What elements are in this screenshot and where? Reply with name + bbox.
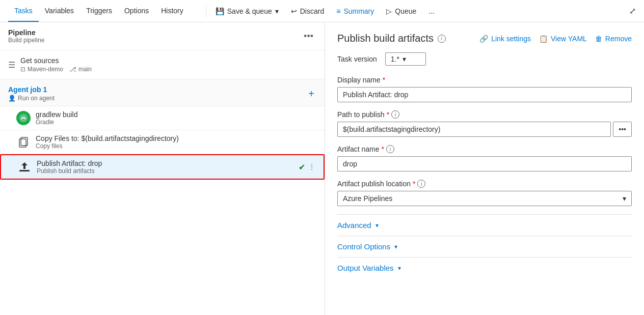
hamburger-icon: ☰: [8, 60, 15, 70]
publish-artifact-icon: [17, 160, 32, 174]
path-to-publish-label: Path to publish * i: [337, 110, 632, 119]
summary-icon: ≡: [336, 7, 340, 15]
task-publish-artifact[interactable]: Publish Artifact: drop Publish build art…: [0, 154, 325, 180]
output-variables-section[interactable]: Output Variables ▾: [337, 257, 632, 278]
task-version-row: Task version 1.* ▾: [337, 52, 632, 66]
display-name-group: Display name *: [337, 76, 632, 102]
summary-button[interactable]: ≡ Summary: [331, 4, 379, 18]
queue-button[interactable]: ▷ Queue: [381, 4, 421, 18]
pipeline-title: Pipeline: [8, 28, 44, 37]
tab-triggers[interactable]: Triggers: [80, 1, 118, 22]
discard-icon: ↩: [291, 7, 297, 15]
tab-options[interactable]: Options: [118, 1, 155, 22]
link-settings-button[interactable]: 🔗 Link settings: [479, 35, 531, 43]
path-input-row: •••: [337, 122, 632, 137]
artifact-publish-location-group: Artifact publish location * i Azure Pipe…: [337, 180, 632, 206]
location-info-icon[interactable]: i: [417, 180, 425, 188]
pipeline-info: Pipeline Build pipeline: [8, 28, 44, 44]
nav-right: ⤢: [629, 6, 636, 16]
path-required: *: [387, 110, 389, 119]
artifact-name-input[interactable]: [337, 156, 632, 171]
main-layout: Pipeline Build pipeline ••• ☰ Get source…: [0, 22, 644, 315]
tab-tasks[interactable]: Tasks: [8, 1, 39, 22]
publish-check-icon: ✔: [299, 162, 305, 172]
tab-variables[interactable]: Variables: [39, 1, 80, 22]
nav-actions: 💾 Save & queue ▾ ↩ Discard ≡ Summary ▷ Q…: [210, 4, 440, 18]
path-to-publish-input[interactable]: [337, 122, 611, 137]
tab-history[interactable]: History: [155, 1, 190, 22]
get-sources-title: Get sources: [20, 56, 92, 65]
get-sources-info: Get sources ⊡ Maven-demo ⎇ main: [20, 56, 92, 73]
publish-task-right: ✔ ⋮: [299, 162, 315, 172]
advanced-section[interactable]: Advanced ▾: [337, 214, 632, 236]
pipeline-header: Pipeline Build pipeline •••: [0, 22, 325, 50]
more-button[interactable]: ...: [423, 4, 440, 18]
nav-tabs: Tasks Variables Triggers Options History: [8, 1, 190, 22]
remove-icon: 🗑: [595, 35, 602, 43]
link-icon: 🔗: [479, 35, 488, 43]
artifact-name-label: Artifact name * i: [337, 145, 632, 153]
path-info-icon[interactable]: i: [391, 110, 399, 119]
nav-divider: [206, 5, 206, 17]
copy-files-task-title: Copy Files to: $(build.artifactstagingdi…: [36, 134, 316, 142]
publish-artifact-task-subtitle: Publish build artifacts: [37, 167, 293, 175]
artifact-name-info-icon[interactable]: i: [386, 145, 394, 153]
advanced-label: Advanced: [337, 221, 371, 230]
path-to-publish-group: Path to publish * i •••: [337, 110, 632, 137]
top-nav: Tasks Variables Triggers Options History…: [0, 0, 644, 22]
task-version-select[interactable]: 1.* ▾: [385, 52, 426, 66]
task-header: Publish build artifacts i 🔗 Link setting…: [337, 33, 632, 44]
get-sources-row[interactable]: ☰ Get sources ⊡ Maven-demo ⎇ main: [0, 50, 325, 79]
person-icon: 👤: [8, 95, 16, 102]
display-name-input[interactable]: [337, 87, 632, 102]
svg-marker-5: [21, 162, 28, 165]
agent-job-title: Agent job 1: [8, 85, 55, 94]
copy-files-icon: [16, 135, 31, 149]
advanced-chevron-icon: ▾: [375, 222, 379, 229]
repo-icon: ⊡: [20, 66, 25, 73]
task-header-title: Publish build artifacts i: [337, 33, 446, 44]
repo-meta: ⊡ Maven-demo: [20, 66, 63, 73]
add-task-button[interactable]: +: [306, 86, 316, 102]
artifact-name-required: *: [381, 145, 384, 153]
agent-job-row: Agent job 1 👤 Run on agent +: [0, 79, 325, 106]
location-chevron-icon: ▾: [623, 194, 626, 203]
svg-rect-3: [19, 170, 30, 171]
save-queue-button[interactable]: 💾 Save & queue ▾: [210, 4, 284, 18]
output-variables-chevron-icon: ▾: [398, 265, 401, 272]
expand-icon[interactable]: ⤢: [629, 6, 636, 16]
pipeline-more-button[interactable]: •••: [301, 30, 316, 43]
agent-job-sub: 👤 Run on agent: [8, 95, 55, 102]
left-panel: Pipeline Build pipeline ••• ☰ Get source…: [0, 22, 325, 315]
copy-files-task-subtitle: Copy files: [36, 142, 316, 150]
control-options-label: Control Options: [337, 242, 390, 251]
right-panel: Publish build artifacts i 🔗 Link setting…: [325, 22, 644, 315]
publish-artifact-task-info: Publish Artifact: drop Publish build art…: [37, 159, 293, 175]
branch-icon: ⎇: [69, 66, 76, 73]
queue-icon: ▷: [386, 7, 392, 15]
gradle-icon: [16, 111, 31, 125]
version-chevron-icon: ▾: [403, 55, 406, 63]
get-sources-meta: ⊡ Maven-demo ⎇ main: [20, 66, 92, 73]
artifact-name-group: Artifact name * i: [337, 145, 632, 171]
gradle-task-title: gradlew build: [36, 110, 316, 119]
save-icon: 💾: [216, 7, 224, 15]
path-browse-button[interactable]: •••: [613, 122, 632, 137]
gradle-task-info: gradlew build Gradle: [36, 110, 316, 126]
artifact-publish-location-label: Artifact publish location * i: [337, 180, 632, 188]
display-name-required: *: [383, 76, 385, 84]
publish-more-icon[interactable]: ⋮: [308, 163, 315, 171]
task-gradle[interactable]: gradlew build Gradle: [0, 106, 325, 130]
display-name-label: Display name *: [337, 76, 632, 84]
gradle-task-subtitle: Gradle: [36, 119, 316, 126]
discard-button[interactable]: ↩ Discard: [286, 4, 329, 18]
remove-button[interactable]: 🗑 Remove: [595, 35, 632, 43]
task-title-info-icon[interactable]: i: [438, 35, 446, 43]
pipeline-subtitle: Build pipeline: [8, 37, 44, 44]
agent-job-info: Agent job 1 👤 Run on agent: [8, 85, 55, 102]
artifact-publish-location-select[interactable]: Azure Pipelines ▾: [337, 191, 632, 206]
task-copy-files[interactable]: Copy Files to: $(build.artifactstagingdi…: [0, 130, 325, 154]
control-options-chevron-icon: ▾: [394, 243, 397, 250]
control-options-section[interactable]: Control Options ▾: [337, 236, 632, 257]
view-yaml-button[interactable]: 📋 View YAML: [539, 35, 587, 43]
